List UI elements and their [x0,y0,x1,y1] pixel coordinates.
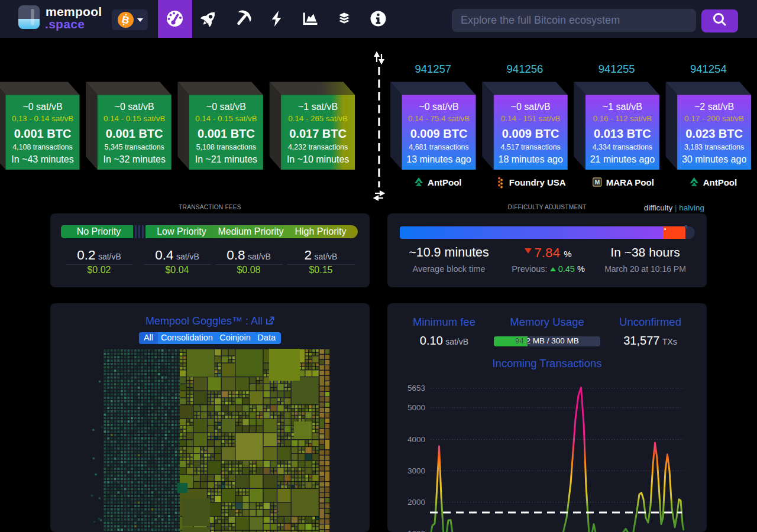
svg-text:MARA Pool: MARA Pool [606,177,654,187]
svg-text:In ~21 minutes: In ~21 minutes [195,154,257,164]
svg-text:1000: 1000 [407,529,425,532]
svg-text:21 minutes ago: 21 minutes ago [590,154,655,164]
svg-text:0.14 - 75.4 sat/vB: 0.14 - 75.4 sat/vB [408,114,470,123]
svg-text:~0 sat/vB: ~0 sat/vB [511,102,551,112]
svg-text:In ~43 minutes: In ~43 minutes [11,154,73,164]
svg-text:0.013 BTC: 0.013 BTC [594,127,651,140]
svg-text:AntPool: AntPool [428,177,462,187]
svg-text:0.001 BTC: 0.001 BTC [198,127,255,140]
svg-text:3,183 transactions: 3,183 transactions [684,143,744,151]
svg-text:4,334 transactions: 4,334 transactions [593,143,652,151]
svg-text:~0 sat/vB: ~0 sat/vB [419,102,458,112]
svg-text:13 minutes ago: 13 minutes ago [406,154,471,164]
svg-text:~0 sat/vB: ~0 sat/vB [22,102,62,112]
svg-text:0.14 - 0.15 sat/vB: 0.14 - 0.15 sat/vB [103,114,165,123]
svg-text:0.017 BTC: 0.017 BTC [289,127,347,140]
svg-text:30 minutes ago: 30 minutes ago [682,154,747,164]
svg-text:M: M [594,179,600,186]
svg-text:~0 sat/vB: ~0 sat/vB [206,102,246,112]
svg-text:~2 sat/vB: ~2 sat/vB [694,102,734,112]
svg-text:5,108 transactions: 5,108 transactions [196,143,256,151]
svg-text:0.023 BTC: 0.023 BTC [685,127,743,140]
svg-text:~1 sat/vB: ~1 sat/vB [603,102,642,112]
svg-text:0.001 BTC: 0.001 BTC [14,127,72,140]
svg-text:0.17 - 200 sat/vB: 0.17 - 200 sat/vB [684,114,744,123]
svg-text:941255: 941255 [599,63,635,75]
svg-text:0.009 BTC: 0.009 BTC [502,127,559,140]
svg-text:941254: 941254 [690,63,727,75]
svg-text:0.009 BTC: 0.009 BTC [410,127,468,140]
svg-text:0.16 - 112 sat/vB: 0.16 - 112 sat/vB [593,114,652,123]
svg-text:~1 sat/vB: ~1 sat/vB [298,102,338,112]
svg-text:Foundry USA: Foundry USA [509,177,566,187]
svg-text:4,232 transactions: 4,232 transactions [288,143,348,151]
svg-text:In ~10 minutes: In ~10 minutes [287,154,349,164]
svg-text:3000: 3000 [407,466,425,475]
svg-text:4000: 4000 [407,435,425,444]
svg-text:0.001 BTC: 0.001 BTC [106,127,163,140]
svg-text:4,108 transactions: 4,108 transactions [12,143,72,151]
svg-text:4,681 transactions: 4,681 transactions [409,143,468,151]
svg-text:In ~32 minutes: In ~32 minutes [103,154,165,164]
svg-text:941257: 941257 [415,63,451,75]
svg-text:0.14 - 265 sat/vB: 0.14 - 265 sat/vB [288,114,348,123]
svg-text:0.14 - 151 sat/vB: 0.14 - 151 sat/vB [501,114,561,123]
svg-text:941256: 941256 [507,63,544,75]
svg-text:2000: 2000 [407,498,425,507]
svg-text:~0 sat/vB: ~0 sat/vB [115,102,154,112]
svg-text:5,345 transactions: 5,345 transactions [105,143,164,151]
svg-text:0.14 - 0.15 sat/vB: 0.14 - 0.15 sat/vB [195,114,257,123]
svg-text:AntPool: AntPool [703,177,737,187]
svg-text:0.13 - 0.14 sat/vB: 0.13 - 0.14 sat/vB [12,114,73,123]
svg-text:5000: 5000 [407,403,425,412]
svg-text:18 minutes ago: 18 minutes ago [498,154,563,164]
svg-text:5653: 5653 [407,384,425,392]
svg-text:4,517 transactions: 4,517 transactions [501,143,561,151]
